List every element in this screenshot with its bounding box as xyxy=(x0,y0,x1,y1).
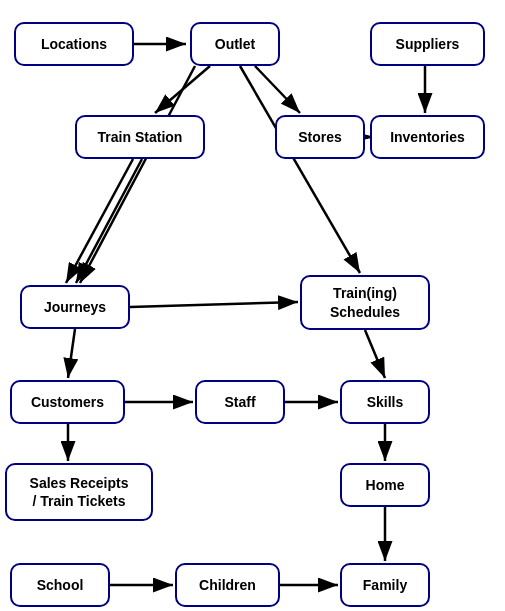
outlet-node: Outlet xyxy=(190,22,280,66)
home-node: Home xyxy=(340,463,430,507)
school-node: School xyxy=(10,563,110,607)
skills-node: Skills xyxy=(340,380,430,424)
train-station-node: Train Station xyxy=(75,115,205,159)
suppliers-node: Suppliers xyxy=(370,22,485,66)
locations-node: Locations xyxy=(14,22,134,66)
svg-line-10 xyxy=(130,302,298,307)
svg-line-15 xyxy=(365,330,385,378)
customers-node: Customers xyxy=(10,380,125,424)
svg-line-12 xyxy=(240,66,360,273)
inventories-node: Inventories xyxy=(370,115,485,159)
training-schedules-node: Train(ing)Schedules xyxy=(300,275,430,330)
svg-line-3 xyxy=(80,66,195,283)
family-node: Family xyxy=(340,563,430,607)
svg-line-11 xyxy=(68,329,75,378)
stores-node: Stores xyxy=(275,115,365,159)
journeys-node: Journeys xyxy=(20,285,130,329)
children-node: Children xyxy=(175,563,280,607)
sales-receipts-node: Sales Receipts/ Train Tickets xyxy=(5,463,153,521)
staff-node: Staff xyxy=(195,380,285,424)
svg-line-9 xyxy=(76,159,142,283)
svg-line-8 xyxy=(66,159,133,283)
